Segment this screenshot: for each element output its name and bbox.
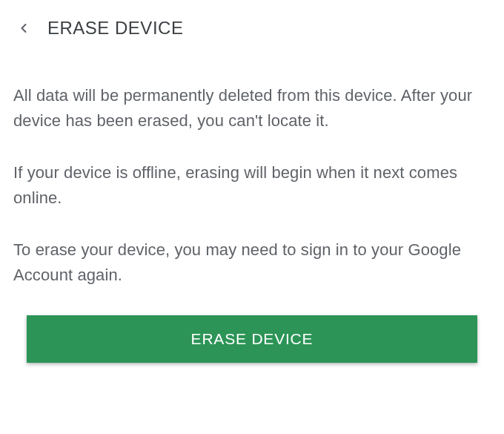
warning-paragraph-1: All data will be permanently deleted fro…	[13, 83, 491, 134]
warning-paragraph-2: If your device is offline, erasing will …	[13, 160, 491, 211]
button-container: ERASE DEVICE	[0, 315, 504, 363]
erase-device-button[interactable]: ERASE DEVICE	[27, 315, 477, 363]
page-title: ERASE DEVICE	[47, 18, 183, 39]
back-icon[interactable]	[16, 21, 31, 36]
content-area: All data will be permanently deleted fro…	[0, 52, 504, 289]
warning-paragraph-3: To erase your device, you may need to si…	[13, 237, 491, 288]
header: ERASE DEVICE	[0, 0, 504, 52]
